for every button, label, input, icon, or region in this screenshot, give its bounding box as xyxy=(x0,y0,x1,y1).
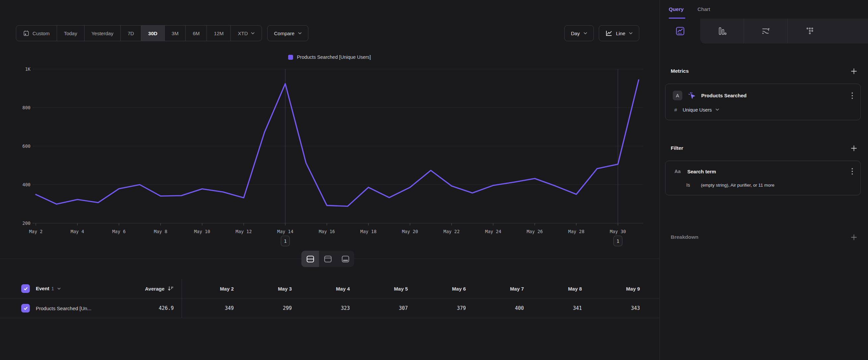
breakdown-heading: Breakdown xyxy=(671,234,699,240)
compare-label: Compare xyxy=(274,31,294,36)
insights-icon xyxy=(675,26,686,36)
x-axis-label: May 4 xyxy=(71,229,84,234)
cell-value: 299 xyxy=(240,305,298,311)
query-type-retention[interactable] xyxy=(787,19,831,44)
compare-button[interactable]: Compare xyxy=(267,25,308,41)
date-range-xtd[interactable]: XTD xyxy=(230,26,261,41)
svg-text:1: 1 xyxy=(284,239,286,244)
query-type-flows[interactable] xyxy=(744,19,787,44)
date-range-today[interactable]: Today xyxy=(57,26,84,41)
chevron-down-icon xyxy=(584,32,587,34)
annotation-badge[interactable]: 1 xyxy=(281,236,289,246)
x-axis-label: May 8 xyxy=(154,229,167,234)
event-header-dropdown[interactable]: Event1 xyxy=(36,286,61,292)
date-value-columns: 349299323307379400341343 xyxy=(182,305,646,311)
date-range-control: CustomTodayYesterday7D30D3M6M12MXTD xyxy=(16,25,262,41)
chevron-down-icon xyxy=(298,32,302,34)
column-header[interactable]: May 3 xyxy=(240,286,298,292)
average-header-label: Average xyxy=(145,286,164,292)
breakdown-section-header: Breakdown xyxy=(671,232,857,242)
metric-name: Products Searched xyxy=(701,93,747,98)
date-range-12m[interactable]: 12M xyxy=(207,26,230,41)
x-axis-label: May 14 xyxy=(277,229,293,234)
series-checkbox[interactable] xyxy=(21,304,30,312)
kebab-menu-icon[interactable] xyxy=(851,92,853,99)
column-header[interactable]: May 4 xyxy=(298,286,356,292)
add-metric-icon[interactable] xyxy=(851,68,857,74)
select-all-checkbox[interactable] xyxy=(21,284,30,293)
line-chart[interactable]: 1K800600400200May 2May 4May 6May 8May 10… xyxy=(0,63,659,251)
legend-label[interactable]: Products Searched [Unique Users] xyxy=(297,54,371,60)
annotation-badge[interactable]: 1 xyxy=(614,236,622,246)
y-axis-label: 200 xyxy=(23,221,31,226)
metrics-heading: Metrics xyxy=(671,68,689,74)
add-filter-icon[interactable] xyxy=(851,145,857,151)
column-header[interactable]: May 2 xyxy=(182,286,240,292)
table-row[interactable]: Products Searched [Un... 426.9 349299323… xyxy=(0,299,659,318)
date-range-yesterday[interactable]: Yesterday xyxy=(84,26,120,41)
x-axis-label: May 6 xyxy=(112,229,126,234)
filter-value[interactable]: (empty string), Air purifier, or 11 more xyxy=(701,183,775,188)
x-axis-label: May 20 xyxy=(402,229,418,234)
filter-card[interactable]: Aa Search term Is (empty string), Air pu… xyxy=(665,161,861,195)
metric-card[interactable]: A Products Searched # Unique Users xyxy=(665,84,861,120)
breakdown-table: Event1 Average May 2May 3May 4May 5May 6… xyxy=(0,279,659,318)
cell-value: 400 xyxy=(472,305,530,311)
table-view-button[interactable] xyxy=(337,251,354,267)
query-type-funnels[interactable] xyxy=(700,19,744,44)
split-view-button[interactable] xyxy=(301,251,319,267)
average-header-cell[interactable]: Average xyxy=(119,286,174,292)
x-axis-label: May 28 xyxy=(568,229,585,234)
metrics-section-header: Metrics xyxy=(671,66,857,76)
y-axis-label: 600 xyxy=(23,143,31,149)
granularity-label: Day xyxy=(571,31,580,36)
analytics-app: { "colors": { "background": "#1a1a1c", "… xyxy=(0,0,868,360)
add-breakdown-icon[interactable] xyxy=(851,234,857,241)
column-header[interactable]: May 9 xyxy=(588,286,646,292)
check-icon xyxy=(23,286,28,291)
chart-type-button[interactable]: Line xyxy=(599,25,639,41)
date-range-7d[interactable]: 7D xyxy=(120,26,141,41)
cell-value: 341 xyxy=(530,305,588,311)
date-range-30d[interactable]: 30D xyxy=(141,26,164,41)
series-average: 426.9 xyxy=(159,305,174,311)
tab-query[interactable]: Query xyxy=(669,6,684,12)
chart-controls: Day Line xyxy=(564,25,639,41)
date-range-3m[interactable]: 3M xyxy=(164,26,186,41)
chart-legend: Products Searched [Unique Users] xyxy=(0,54,659,60)
x-axis-label: May 26 xyxy=(527,229,543,234)
filter-operator[interactable]: Is xyxy=(686,182,692,188)
sort-descending-icon xyxy=(167,286,174,292)
table-view-icon xyxy=(341,254,350,264)
column-header[interactable]: May 7 xyxy=(472,286,530,292)
filter-property-name: Search term xyxy=(687,169,716,174)
granularity-button[interactable]: Day xyxy=(564,25,594,41)
column-header[interactable]: May 6 xyxy=(414,286,472,292)
date-range-6m[interactable]: 6M xyxy=(185,26,207,41)
query-type-tab-strip xyxy=(700,19,868,44)
event-cursor-icon xyxy=(687,91,696,100)
kebab-menu-icon[interactable] xyxy=(851,168,853,175)
column-header[interactable]: May 5 xyxy=(356,286,414,292)
string-type-icon: Aa xyxy=(673,169,682,174)
x-axis-label: May 30 xyxy=(610,229,626,234)
sidebar-tabs: Query Chart xyxy=(660,0,868,19)
x-axis-label: May 24 xyxy=(485,229,501,234)
chart-view-icon xyxy=(323,254,333,264)
cell-value: 379 xyxy=(414,305,472,311)
data-series-line[interactable] xyxy=(36,80,639,206)
aggregation-dropdown[interactable]: Unique Users xyxy=(683,107,719,113)
retention-icon xyxy=(804,26,815,36)
query-sidebar: Query Chart Metrics A Products Searched … xyxy=(659,0,868,360)
date-range-custom[interactable]: Custom xyxy=(16,26,57,41)
tab-chart[interactable]: Chart xyxy=(698,6,710,12)
cell-value: 323 xyxy=(298,305,356,311)
column-header[interactable]: May 8 xyxy=(530,286,588,292)
chart-panel: CustomTodayYesterday7D30D3M6M12MXTD Comp… xyxy=(0,0,659,360)
query-type-insights[interactable] xyxy=(660,19,700,44)
split-view-icon xyxy=(306,254,315,264)
chart-view-button[interactable] xyxy=(319,251,337,267)
chevron-down-icon xyxy=(629,32,632,34)
funnels-icon xyxy=(717,26,727,36)
flows-icon xyxy=(760,26,771,36)
